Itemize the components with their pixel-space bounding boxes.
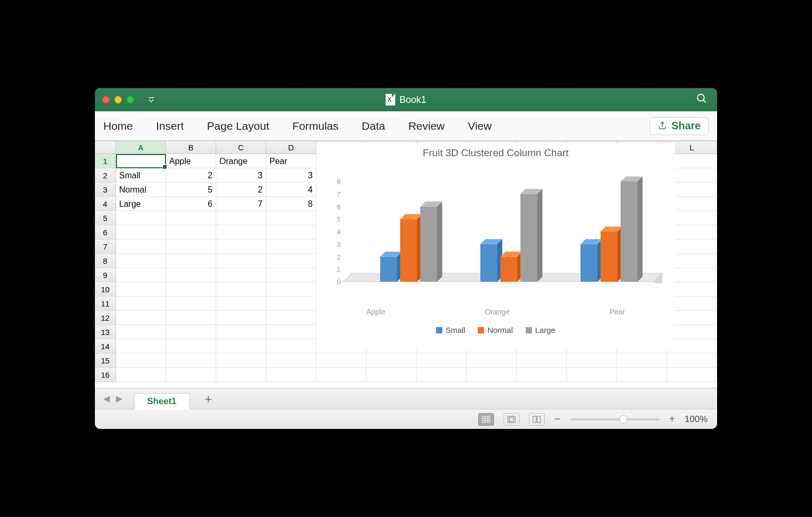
tab-review[interactable]: Review: [408, 120, 444, 132]
cell[interactable]: [417, 368, 467, 381]
cell[interactable]: [116, 240, 166, 253]
add-sheet-button[interactable]: ＋: [202, 391, 214, 407]
column-header[interactable]: B: [166, 141, 216, 154]
cell[interactable]: [366, 368, 417, 381]
cell[interactable]: [216, 240, 266, 253]
cell[interactable]: [266, 368, 316, 381]
cell[interactable]: [266, 282, 316, 296]
cell[interactable]: [116, 353, 166, 367]
row-header[interactable]: 1: [95, 154, 116, 168]
search-icon[interactable]: [696, 93, 708, 107]
cell[interactable]: [116, 254, 166, 267]
row-header[interactable]: 12: [95, 311, 116, 325]
cell[interactable]: Large: [116, 197, 166, 210]
row-header[interactable]: 3: [95, 183, 116, 197]
cell[interactable]: [517, 353, 567, 367]
cell[interactable]: [366, 353, 417, 367]
row-header[interactable]: 5: [95, 211, 116, 225]
cell[interactable]: Normal: [116, 183, 166, 196]
zoom-in-button[interactable]: +: [669, 413, 675, 425]
zoom-slider-thumb[interactable]: [619, 415, 627, 424]
cell[interactable]: 3: [216, 168, 266, 182]
cell[interactable]: [116, 268, 166, 282]
row-header[interactable]: 11: [95, 296, 116, 311]
tab-home[interactable]: Home: [103, 120, 133, 132]
column-header[interactable]: A: [116, 141, 166, 154]
embedded-chart[interactable]: Fruit 3D Clustered Column Chart 01234567…: [316, 143, 675, 349]
cell[interactable]: [266, 296, 316, 310]
row-header[interactable]: 10: [95, 282, 116, 296]
cell[interactable]: [266, 254, 316, 267]
cell[interactable]: 4: [266, 183, 316, 196]
cell[interactable]: [266, 353, 316, 367]
cell[interactable]: [216, 311, 266, 324]
cell[interactable]: Orange: [216, 154, 266, 168]
cell[interactable]: [116, 325, 166, 339]
cell[interactable]: [216, 225, 266, 239]
row-header[interactable]: 4: [95, 197, 116, 211]
fullscreen-window-icon[interactable]: [127, 96, 134, 103]
cell[interactable]: [567, 368, 617, 381]
row-header[interactable]: 6: [95, 225, 116, 240]
view-page-break-icon[interactable]: [529, 413, 545, 426]
cell[interactable]: [216, 254, 266, 267]
cell[interactable]: Small: [116, 168, 166, 182]
cell[interactable]: [116, 282, 166, 296]
cell[interactable]: [517, 368, 567, 381]
cell[interactable]: [166, 325, 216, 339]
cell[interactable]: [116, 368, 166, 381]
cell[interactable]: [266, 225, 316, 239]
column-header[interactable]: D: [266, 141, 316, 154]
cell[interactable]: [467, 353, 517, 367]
cell[interactable]: [116, 339, 166, 353]
row-header[interactable]: 7: [95, 240, 116, 254]
cell[interactable]: [166, 296, 216, 310]
row-header[interactable]: 9: [95, 268, 116, 282]
cell[interactable]: [266, 339, 316, 353]
row-header[interactable]: 16: [95, 368, 116, 382]
tab-view[interactable]: View: [468, 120, 491, 132]
cell[interactable]: [617, 368, 667, 381]
cell[interactable]: [266, 240, 316, 253]
cell[interactable]: [216, 268, 266, 282]
cell[interactable]: [667, 368, 717, 381]
minimize-window-icon[interactable]: [114, 96, 122, 103]
cell[interactable]: [667, 353, 717, 367]
cell[interactable]: 2: [166, 168, 216, 182]
cell[interactable]: Pear: [266, 154, 316, 168]
sheet-nav-prev-icon[interactable]: ◀: [100, 394, 113, 404]
cell[interactable]: [266, 268, 316, 282]
cell[interactable]: [567, 353, 617, 367]
zoom-level[interactable]: 100%: [685, 414, 708, 425]
cell[interactable]: [266, 311, 316, 324]
cell[interactable]: [166, 311, 216, 324]
column-header[interactable]: C: [216, 141, 266, 154]
cell[interactable]: [467, 368, 517, 381]
cell[interactable]: [166, 254, 216, 267]
zoom-out-button[interactable]: −: [554, 413, 560, 425]
cell[interactable]: 3: [266, 168, 316, 182]
cell[interactable]: Apple: [166, 154, 216, 168]
cell[interactable]: [216, 368, 266, 381]
cell[interactable]: [116, 211, 166, 225]
cell[interactable]: [216, 296, 266, 310]
cell[interactable]: [216, 211, 266, 225]
cell[interactable]: [216, 325, 266, 339]
cell[interactable]: [116, 296, 166, 310]
cell[interactable]: [166, 240, 216, 253]
cell[interactable]: 7: [216, 197, 266, 210]
cell[interactable]: [216, 282, 266, 296]
quick-access-menu-icon[interactable]: [148, 95, 155, 104]
cell[interactable]: [166, 282, 216, 296]
tab-insert[interactable]: Insert: [156, 120, 184, 132]
cell[interactable]: [266, 325, 316, 339]
row-header[interactable]: 13: [95, 325, 116, 339]
cell[interactable]: [116, 311, 166, 324]
sheet-nav-next-icon[interactable]: ▶: [113, 394, 125, 404]
share-button[interactable]: Share: [650, 117, 709, 135]
cell[interactable]: [216, 339, 266, 353]
cell[interactable]: [166, 339, 216, 353]
tab-data[interactable]: Data: [362, 120, 385, 132]
cell[interactable]: [116, 154, 166, 168]
cell[interactable]: [266, 211, 316, 225]
